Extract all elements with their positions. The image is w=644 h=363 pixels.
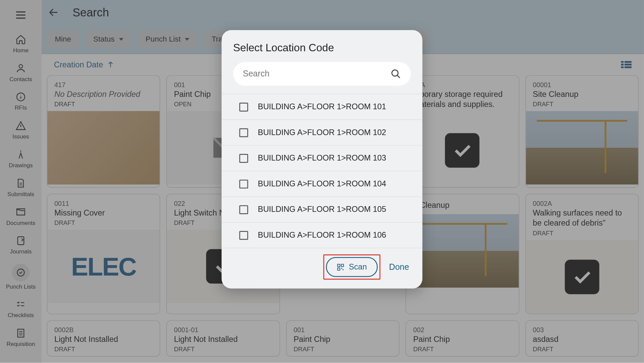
location-label: BUILDING A>FLOOR 1>ROOM 106	[258, 231, 386, 240]
modal-footer: Scan Done	[221, 248, 422, 280]
location-option[interactable]: BUILDING A>FLOOR 1>ROOM 104	[221, 171, 422, 197]
modal-overlay[interactable]: Select Location Code BUILDING A>FLOOR 1>…	[0, 0, 644, 363]
scan-highlight: Scan	[323, 254, 380, 280]
svg-rect-14	[341, 264, 343, 266]
location-option[interactable]: BUILDING A>FLOOR 1>ROOM 102	[221, 120, 422, 146]
location-option[interactable]: BUILDING A>FLOOR 1>ROOM 103	[221, 145, 422, 171]
scan-label: Scan	[349, 262, 367, 272]
location-label: BUILDING A>FLOOR 1>ROOM 104	[258, 179, 386, 189]
search-icon	[391, 69, 401, 79]
location-option[interactable]: BUILDING A>FLOOR 1>ROOM 101	[221, 94, 422, 120]
scan-button[interactable]: Scan	[326, 257, 377, 277]
location-list: BUILDING A>FLOOR 1>ROOM 101 BUILDING A>F…	[221, 94, 422, 248]
search-input[interactable]	[243, 69, 391, 79]
location-option[interactable]: BUILDING A>FLOOR 1>ROOM 106	[221, 223, 422, 248]
checkbox[interactable]	[239, 128, 248, 137]
search-box[interactable]	[233, 62, 411, 86]
svg-point-12	[392, 70, 398, 76]
location-label: BUILDING A>FLOOR 1>ROOM 105	[258, 205, 386, 214]
checkbox[interactable]	[239, 231, 248, 239]
checkbox[interactable]	[239, 205, 248, 214]
checkbox[interactable]	[239, 103, 248, 111]
done-button[interactable]: Done	[389, 262, 409, 272]
location-option[interactable]: BUILDING A>FLOOR 1>ROOM 105	[221, 197, 422, 223]
svg-rect-16	[341, 268, 342, 269]
location-label: BUILDING A>FLOOR 1>ROOM 102	[258, 128, 386, 137]
svg-rect-13	[337, 264, 340, 266]
checkbox[interactable]	[239, 154, 248, 163]
qr-icon	[336, 263, 344, 271]
checkbox[interactable]	[239, 179, 248, 188]
modal-title: Select Location Code	[221, 42, 422, 62]
svg-rect-15	[337, 268, 340, 270]
svg-rect-17	[342, 269, 343, 270]
location-label: BUILDING A>FLOOR 1>ROOM 103	[258, 154, 386, 163]
location-code-modal: Select Location Code BUILDING A>FLOOR 1>…	[221, 30, 422, 289]
location-label: BUILDING A>FLOOR 1>ROOM 101	[258, 102, 386, 112]
